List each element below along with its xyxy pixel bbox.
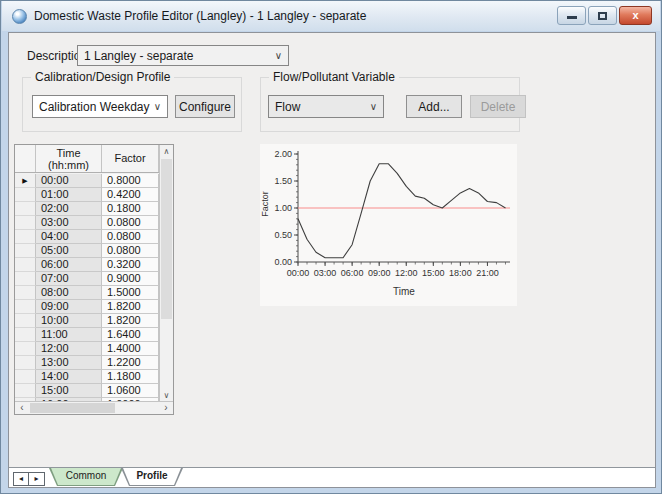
factor-cell[interactable]: 0.8000 <box>102 174 159 188</box>
scroll-right-icon[interactable]: › <box>159 402 173 414</box>
table-row[interactable]: 12:001.4000 <box>15 342 159 356</box>
tab-scroll-left-button[interactable]: ◂ <box>14 473 29 485</box>
tab-common[interactable]: Common <box>49 468 123 486</box>
time-cell[interactable]: 07:00 <box>36 272 102 286</box>
time-cell[interactable]: 02:00 <box>36 202 102 216</box>
factor-cell[interactable]: 1.0600 <box>102 384 159 398</box>
table-corner-cell[interactable] <box>15 145 36 172</box>
flow-group-label: Flow/Pollutant Variable <box>269 70 399 84</box>
table-row[interactable]: 07:000.9000 <box>15 272 159 286</box>
profile-table[interactable]: Time (hh:mm) Factor ▶00:000.800001:000.4… <box>14 144 174 415</box>
app-icon <box>12 9 27 24</box>
table-row[interactable]: 13:001.2200 <box>15 356 159 370</box>
factor-cell[interactable]: 1.4000 <box>102 342 159 356</box>
table-row[interactable]: 06:000.3200 <box>15 258 159 272</box>
horizontal-scrollbar-thumb[interactable] <box>30 403 115 413</box>
factor-cell[interactable]: 0.0800 <box>102 244 159 258</box>
column-header-factor[interactable]: Factor <box>102 145 159 172</box>
factor-cell[interactable]: 1.8200 <box>102 314 159 328</box>
row-selector-cell[interactable] <box>15 202 36 216</box>
time-cell[interactable]: 08:00 <box>36 286 102 300</box>
vertical-scrollbar-thumb[interactable] <box>161 159 172 319</box>
time-cell[interactable]: 15:00 <box>36 384 102 398</box>
time-cell[interactable]: 14:00 <box>36 370 102 384</box>
time-cell[interactable]: 12:00 <box>36 342 102 356</box>
factor-cell[interactable]: 0.0800 <box>102 230 159 244</box>
row-selector-cell[interactable] <box>15 230 36 244</box>
row-selector-cell[interactable] <box>15 216 36 230</box>
svg-text:03:00: 03:00 <box>314 268 337 278</box>
row-selector-cell[interactable] <box>15 300 36 314</box>
factor-cell[interactable]: 1.8200 <box>102 300 159 314</box>
time-cell[interactable]: 05:00 <box>36 244 102 258</box>
table-row[interactable]: 02:000.1800 <box>15 202 159 216</box>
row-selector-cell[interactable] <box>15 272 36 286</box>
calibration-group-label: Calibration/Design Profile <box>31 70 174 84</box>
time-cell[interactable]: 06:00 <box>36 258 102 272</box>
row-selector-cell[interactable] <box>15 244 36 258</box>
row-selector-cell[interactable] <box>15 328 36 342</box>
factor-cell[interactable]: 1.5000 <box>102 286 159 300</box>
chart-x-axis-label: Time <box>298 286 510 297</box>
table-rows[interactable]: ▶00:000.800001:000.420002:000.180003:000… <box>15 174 159 403</box>
minimize-button[interactable] <box>557 6 586 25</box>
table-row[interactable]: ▶00:000.8000 <box>15 174 159 188</box>
factor-cell[interactable]: 0.4200 <box>102 188 159 202</box>
table-row[interactable]: 04:000.0800 <box>15 230 159 244</box>
row-selector-cell[interactable] <box>15 286 36 300</box>
flow-variable-combobox[interactable]: Flow ∨ <box>268 95 384 118</box>
factor-cell[interactable]: 1.1800 <box>102 370 159 384</box>
factor-cell[interactable]: 0.3200 <box>102 258 159 272</box>
table-row[interactable]: 08:001.5000 <box>15 286 159 300</box>
tab-profile[interactable]: Profile <box>121 468 183 486</box>
factor-cell[interactable]: 0.0800 <box>102 216 159 230</box>
calibration-profile-combobox[interactable]: Calibration Weekday ∨ <box>32 95 168 118</box>
add-button[interactable]: Add... <box>406 95 462 118</box>
delete-button[interactable]: Delete <box>470 95 526 118</box>
table-row[interactable]: 10:001.8200 <box>15 314 159 328</box>
factor-cell[interactable]: 1.6400 <box>102 328 159 342</box>
factor-cell[interactable]: 0.9000 <box>102 272 159 286</box>
description-value: 1 Langley - separate <box>84 49 193 63</box>
table-row[interactable]: 03:000.0800 <box>15 216 159 230</box>
svg-text:1.50: 1.50 <box>274 176 292 186</box>
time-cell[interactable]: 04:00 <box>36 230 102 244</box>
description-combobox[interactable]: 1 Langley - separate ∨ <box>77 45 289 66</box>
row-selector-cell[interactable] <box>15 342 36 356</box>
table-vertical-scrollbar[interactable]: ∧ ∨ <box>159 145 173 402</box>
current-row-icon[interactable]: ▶ <box>15 174 36 188</box>
scroll-left-icon[interactable]: ‹ <box>15 402 29 414</box>
row-selector-cell[interactable] <box>15 188 36 202</box>
time-cell[interactable]: 01:00 <box>36 188 102 202</box>
row-selector-cell[interactable] <box>15 258 36 272</box>
time-cell[interactable]: 11:00 <box>36 328 102 342</box>
table-row[interactable]: 11:001.6400 <box>15 328 159 342</box>
factor-cell[interactable]: 0.1800 <box>102 202 159 216</box>
table-horizontal-scrollbar[interactable]: ‹ › <box>15 401 173 414</box>
time-cell[interactable]: 10:00 <box>36 314 102 328</box>
table-row[interactable]: 14:001.1800 <box>15 370 159 384</box>
configure-button[interactable]: Configure <box>175 95 235 118</box>
row-selector-cell[interactable] <box>15 384 36 398</box>
time-cell[interactable]: 03:00 <box>36 216 102 230</box>
table-row[interactable]: 15:001.0600 <box>15 384 159 398</box>
time-cell[interactable]: 13:00 <box>36 356 102 370</box>
tab-scroll-right-button[interactable]: ▸ <box>29 473 44 485</box>
row-selector-cell[interactable] <box>15 314 36 328</box>
scroll-up-icon[interactable]: ∧ <box>160 145 173 158</box>
maximize-button[interactable] <box>588 6 617 25</box>
table-row[interactable]: 01:000.4200 <box>15 188 159 202</box>
time-cell[interactable]: 09:00 <box>36 300 102 314</box>
row-selector-cell[interactable] <box>15 370 36 384</box>
close-button[interactable]: x <box>619 6 652 25</box>
title-bar[interactable]: Domestic Waste Profile Editor (Langley) … <box>2 1 660 31</box>
table-row[interactable]: 05:000.0800 <box>15 244 159 258</box>
svg-text:0.50: 0.50 <box>274 230 292 240</box>
chevron-down-icon: ∨ <box>370 100 377 111</box>
table-row[interactable]: 09:001.8200 <box>15 300 159 314</box>
tab-navigation: ◂ ▸ <box>13 472 45 486</box>
factor-cell[interactable]: 1.2200 <box>102 356 159 370</box>
time-cell[interactable]: 00:00 <box>36 174 102 188</box>
row-selector-cell[interactable] <box>15 356 36 370</box>
column-header-time[interactable]: Time (hh:mm) <box>36 145 102 172</box>
